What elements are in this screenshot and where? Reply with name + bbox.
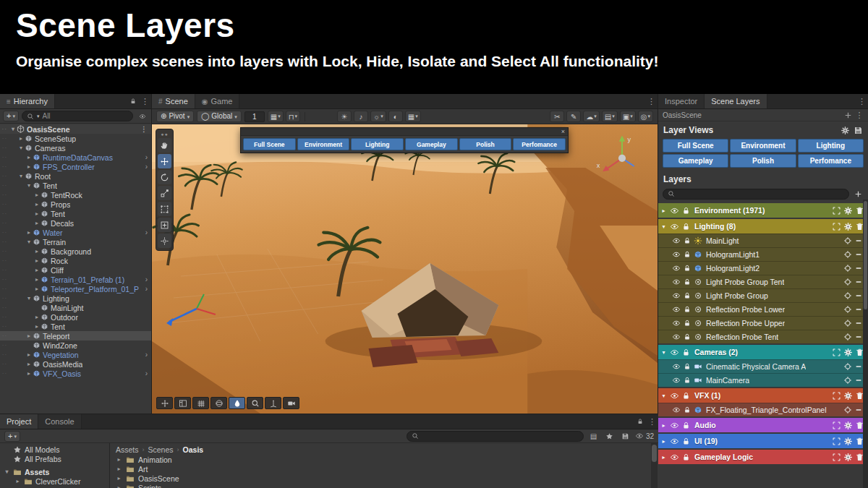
expander-icon[interactable]: ▾ bbox=[4, 468, 10, 475]
prefab-open-chevron[interactable]: › bbox=[143, 153, 150, 161]
scene-overlay-button-polish[interactable]: Polish bbox=[459, 138, 512, 150]
hierarchy-item-tentrock[interactable]: ··▸TentRock bbox=[0, 190, 151, 200]
ping-object-icon[interactable] bbox=[843, 291, 852, 300]
hierarchy-item-lighting[interactable]: ··▾Lighting bbox=[0, 294, 151, 303]
remove-from-layer-icon[interactable] bbox=[854, 250, 863, 259]
hierarchy-item-props[interactable]: ··▸Props bbox=[0, 200, 151, 209]
scene-snap-magnet-icon[interactable]: ⊓▾ bbox=[286, 111, 300, 122]
layer-child-maincamera[interactable]: MainCamera bbox=[658, 373, 868, 387]
expander-icon[interactable]: ▸ bbox=[25, 229, 33, 236]
hidden-count[interactable]: 32 bbox=[635, 432, 654, 440]
expander-icon[interactable]: ▸ bbox=[660, 207, 668, 214]
orientation-dropdown[interactable]: ◯ Global ▾ bbox=[197, 111, 242, 122]
scrollbar[interactable] bbox=[863, 200, 868, 488]
ping-object-icon[interactable] bbox=[843, 406, 852, 414]
add-icon[interactable] bbox=[844, 111, 852, 119]
row-visibility-gutter[interactable]: ·· bbox=[0, 257, 9, 264]
layer-child-reflection-probe-tent[interactable]: Reflection Probe Tent bbox=[658, 330, 868, 343]
tool-scale[interactable] bbox=[158, 186, 171, 200]
layer-view-button-full-scene[interactable]: Full Scene bbox=[663, 139, 728, 153]
row-visibility-gutter[interactable]: ·· bbox=[0, 192, 9, 198]
kebab-menu-icon[interactable]: ⋮ bbox=[646, 414, 658, 429]
hierarchy-item-cameras[interactable]: ··▾Cameras bbox=[0, 143, 151, 153]
lock-toggle-icon[interactable] bbox=[683, 305, 692, 314]
remove-from-layer-icon[interactable] bbox=[854, 362, 863, 371]
layer-row-environment-1971[interactable]: ▸Environment (1971) bbox=[658, 203, 868, 218]
lock-toggle-icon[interactable] bbox=[683, 278, 692, 286]
scene-paint-icon[interactable]: ✎ bbox=[566, 111, 581, 122]
lock-toggle-icon[interactable] bbox=[681, 348, 691, 357]
grid-size-field[interactable] bbox=[244, 111, 265, 122]
create-button[interactable]: +▾ bbox=[4, 431, 20, 442]
expander-icon[interactable]: ▸ bbox=[660, 422, 668, 429]
layer-view-button-gameplay[interactable]: Gameplay bbox=[663, 154, 728, 168]
row-visibility-gutter[interactable]: ·· bbox=[0, 145, 9, 151]
visibility-toggle-icon[interactable] bbox=[672, 291, 681, 300]
visibility-toggle-icon[interactable] bbox=[672, 333, 681, 341]
scene-effects-icon[interactable]: ☼▾ bbox=[370, 111, 386, 122]
layer-settings-icon[interactable] bbox=[843, 222, 853, 231]
remove-from-layer-icon[interactable] bbox=[854, 305, 863, 314]
hierarchy-search[interactable]: ▾ All bbox=[22, 111, 133, 121]
ping-object-icon[interactable] bbox=[843, 236, 852, 245]
breadcrumb-item-scenes[interactable]: Scenes bbox=[148, 445, 174, 454]
search-by-type-icon[interactable]: ▤ bbox=[587, 431, 600, 442]
lock-toggle-icon[interactable] bbox=[683, 250, 692, 259]
expander-icon[interactable]: ▸ bbox=[116, 466, 122, 472]
isolate-layer-icon[interactable] bbox=[832, 421, 841, 430]
scene-cut-icon[interactable]: ✂ bbox=[550, 111, 564, 122]
layer-view-button-perfomance[interactable]: Perfomance bbox=[798, 154, 864, 168]
ping-object-icon[interactable] bbox=[843, 250, 852, 259]
expander-icon[interactable]: ▾ bbox=[660, 223, 668, 230]
expander-icon[interactable]: ▸ bbox=[25, 351, 33, 358]
tool-custom[interactable] bbox=[158, 234, 171, 248]
layer-view-button-polish[interactable]: Polish bbox=[730, 154, 796, 168]
pivot-dropdown[interactable]: ⊕ Pivot ▾ bbox=[156, 111, 194, 122]
expander-icon[interactable]: ▸ bbox=[33, 220, 41, 226]
visibility-toggle-icon[interactable] bbox=[670, 391, 679, 401]
scrollbar-thumb[interactable] bbox=[652, 445, 657, 462]
visibility-toggle-icon[interactable] bbox=[672, 236, 681, 245]
tab-hierarchy[interactable]: ≡ Hierarchy bbox=[0, 94, 55, 108]
search-by-label-icon[interactable] bbox=[603, 431, 616, 442]
expander-icon[interactable]: ▸ bbox=[33, 267, 41, 273]
asset-folder-art[interactable]: ▸Art bbox=[116, 464, 648, 474]
row-visibility-gutter[interactable]: ·· bbox=[0, 276, 9, 283]
tab-scene-layers[interactable]: Scene Layers bbox=[705, 94, 767, 108]
expander-icon[interactable]: ▸ bbox=[25, 154, 33, 160]
hierarchy-item-scenesetup[interactable]: ··▸SceneSetup bbox=[0, 134, 151, 143]
project-search[interactable] bbox=[407, 431, 584, 442]
hierarchy-item-mainlight[interactable]: ··MainLight bbox=[0, 303, 151, 312]
expander-icon[interactable]: ▾ bbox=[17, 173, 25, 179]
scene-overlay-button-environment[interactable]: Environment bbox=[297, 138, 350, 150]
expander-icon[interactable]: ▸ bbox=[660, 454, 668, 461]
folder-tree-root[interactable]: ▾Assets bbox=[0, 467, 109, 476]
scene-bottom-sphere-icon[interactable] bbox=[210, 397, 227, 409]
ping-object-icon[interactable] bbox=[843, 376, 852, 385]
hierarchy-item-vegetation[interactable]: ··▸Vegetation› bbox=[0, 350, 151, 359]
remove-from-layer-icon[interactable] bbox=[854, 236, 863, 245]
favorite-item-all-models[interactable]: All Models bbox=[0, 445, 109, 454]
expander-icon[interactable]: ▾ bbox=[9, 126, 17, 132]
add-layer-button[interactable] bbox=[852, 188, 864, 200]
hierarchy-item-oasismedia[interactable]: ··▸OasisMedia bbox=[0, 359, 151, 369]
create-button[interactable]: +▾ bbox=[3, 111, 19, 121]
ping-object-icon[interactable] bbox=[843, 362, 852, 371]
prefab-open-chevron[interactable]: › bbox=[143, 285, 150, 293]
ping-object-icon[interactable] bbox=[843, 278, 852, 286]
hierarchy-item-outdoor[interactable]: ··▸Outdoor bbox=[0, 312, 151, 322]
expander-icon[interactable]: ▸ bbox=[33, 286, 41, 292]
lock-toggle-icon[interactable] bbox=[683, 362, 692, 371]
isolate-layer-icon[interactable] bbox=[832, 437, 841, 446]
hierarchy-item-terrain[interactable]: ··▾Terrain bbox=[0, 237, 151, 247]
row-visibility-gutter[interactable]: ·· bbox=[0, 342, 9, 348]
toolstrip-drag-handle[interactable]: ●● bbox=[158, 132, 171, 137]
favorite-item-all-prefabs[interactable]: All Prefabs bbox=[0, 454, 109, 463]
kebab-menu-icon[interactable]: ⋮ bbox=[139, 94, 151, 108]
scene-visibility-filter-icon[interactable] bbox=[136, 113, 148, 120]
scene-camera-icon[interactable]: ▣▾ bbox=[620, 111, 636, 122]
tool-rect[interactable] bbox=[158, 202, 171, 216]
expander-icon[interactable]: ▾ bbox=[660, 349, 668, 356]
expander-icon[interactable]: ▸ bbox=[33, 276, 41, 283]
expander-icon[interactable]: ▾ bbox=[25, 239, 33, 245]
